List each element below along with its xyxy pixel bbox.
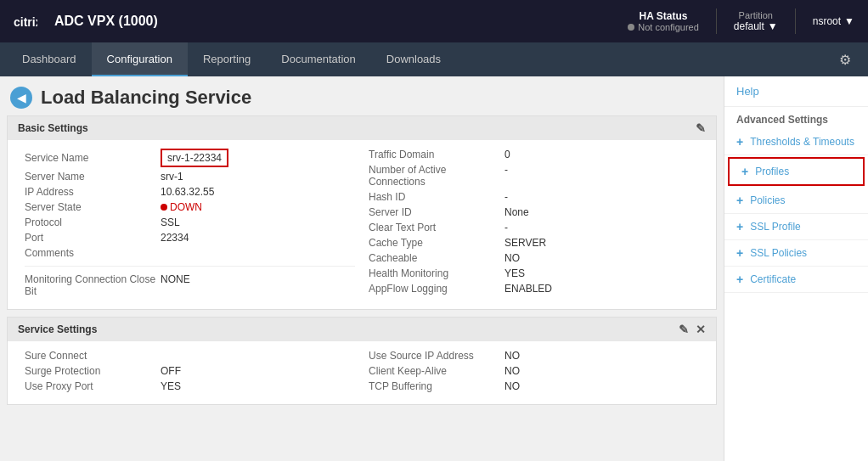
surge-protection-label: Surge Protection — [25, 365, 161, 377]
field-comments: Comments — [25, 247, 355, 259]
basic-settings-left: Service Name srv-1-22334 Server Name srv… — [18, 149, 362, 301]
ssl-policies-label: SSL Policies — [750, 247, 807, 259]
tcp-buffering-value: NO — [504, 380, 520, 392]
traffic-domain-label: Traffic Domain — [369, 149, 504, 160]
nav-item-documentation[interactable]: Documentation — [266, 42, 370, 76]
appflow-logging-value: ENABLED — [504, 283, 552, 295]
use-source-ip-value: NO — [504, 350, 520, 362]
basic-settings-body: Service Name srv-1-22334 Server Name srv… — [8, 140, 716, 309]
field-clear-text-port: Clear Text Port - — [369, 222, 699, 233]
client-keepalive-value: NO — [504, 365, 520, 377]
server-state-value: DOWN — [161, 201, 202, 213]
page-header: ◀ Load Balancing Service — [0, 76, 724, 115]
comments-label: Comments — [25, 247, 161, 259]
ha-status-label: HA Status — [640, 10, 688, 22]
field-service-name: Service Name srv-1-22334 — [25, 149, 355, 167]
surge-protection-value: OFF — [161, 365, 181, 377]
use-proxy-port-value: YES — [161, 380, 181, 392]
cache-type-value: SERVER — [504, 237, 546, 249]
user-menu[interactable]: nsroot ▼ — [813, 15, 854, 27]
username: nsroot — [813, 15, 841, 27]
cacheable-value: NO — [504, 252, 520, 264]
plus-icon-ssl-profile: + — [736, 220, 743, 233]
sidebar-item-ssl-profile[interactable]: + SSL Profile — [724, 214, 868, 240]
topbar: citrix. ADC VPX (1000) HA Status Not con… — [0, 0, 868, 42]
thresholds-label: Thresholds & Timeouts — [750, 136, 854, 148]
field-tcp-buffering: TCP Buffering NO — [369, 380, 699, 392]
svg-text:citrix.: citrix. — [14, 15, 37, 29]
plus-icon-certificate: + — [736, 273, 743, 286]
appflow-logging-label: AppFlow Logging — [369, 283, 504, 295]
field-surge-protection: Surge Protection OFF — [25, 365, 355, 377]
ha-status: HA Status Not configured — [628, 10, 699, 32]
nav-item-downloads[interactable]: Downloads — [371, 42, 456, 76]
field-monitoring: Monitoring Connection Close Bit NONE — [25, 266, 355, 297]
plus-icon-policies: + — [736, 194, 743, 207]
nav-item-configuration[interactable]: Configuration — [92, 42, 188, 76]
basic-settings-actions: ✎ — [696, 121, 706, 135]
monitoring-label: Monitoring Connection Close Bit — [25, 273, 161, 297]
service-settings-left: Sure Connect Surge Protection OFF Use Pr… — [18, 350, 362, 396]
cacheable-label: Cacheable — [369, 252, 504, 264]
field-appflow-logging: AppFlow Logging ENABLED — [369, 283, 699, 295]
sidebar-item-ssl-policies[interactable]: + SSL Policies — [724, 240, 868, 267]
service-settings-body: Sure Connect Surge Protection OFF Use Pr… — [8, 341, 716, 404]
sidebar-item-profiles[interactable]: + Profiles — [728, 157, 865, 186]
page-title: Load Balancing Service — [41, 87, 251, 109]
policies-label: Policies — [750, 194, 785, 206]
field-use-proxy-port: Use Proxy Port YES — [25, 380, 355, 392]
back-button[interactable]: ◀ — [10, 87, 32, 109]
service-settings-section: Service Settings ✎ ✕ Sure Connect Surge … — [7, 317, 717, 405]
clear-text-port-value: - — [504, 222, 508, 233]
basic-settings-header: Basic Settings ✎ — [8, 116, 716, 140]
edit-service-icon[interactable]: ✎ — [679, 323, 689, 336]
hash-id-label: Hash ID — [369, 191, 504, 203]
partition-value[interactable]: default ▼ — [734, 20, 778, 32]
clear-text-port-label: Clear Text Port — [369, 222, 504, 233]
use-proxy-port-label: Use Proxy Port — [25, 380, 161, 392]
service-settings-title: Service Settings — [18, 323, 97, 335]
nav-item-dashboard[interactable]: Dashboard — [7, 42, 92, 76]
protocol-label: Protocol — [25, 216, 161, 228]
field-hash-id: Hash ID - — [369, 191, 699, 203]
help-link[interactable]: Help — [736, 85, 759, 98]
client-keepalive-label: Client Keep-Alive — [369, 365, 504, 377]
hash-id-value: - — [504, 191, 508, 203]
page-content: ◀ Load Balancing Service Basic Settings … — [0, 76, 868, 461]
edit-icon[interactable]: ✎ — [696, 121, 706, 135]
plus-icon-thresholds: + — [736, 135, 743, 149]
field-active-conn: Number of Active Connections - — [369, 164, 699, 188]
plus-icon-profiles: + — [741, 165, 748, 178]
down-indicator — [161, 204, 167, 211]
advanced-settings-label: Advanced Settings — [724, 107, 868, 129]
tcp-buffering-label: TCP Buffering — [369, 380, 504, 392]
chevron-down-icon2: ▼ — [844, 15, 854, 27]
sidebar-item-certificate[interactable]: + Certificate — [724, 267, 868, 293]
field-server-name: Server Name srv-1 — [25, 171, 355, 183]
certificate-label: Certificate — [750, 273, 796, 285]
sidebar: Help Advanced Settings + Thresholds & Ti… — [724, 76, 868, 461]
service-settings-actions: ✎ ✕ — [679, 323, 706, 336]
settings-gear-icon[interactable]: ⚙ — [829, 52, 861, 68]
service-settings-right: Use Source IP Address NO Client Keep-Ali… — [362, 350, 706, 396]
field-port: Port 22334 — [25, 232, 355, 244]
close-service-icon[interactable]: ✕ — [696, 323, 706, 336]
server-name-label: Server Name — [25, 171, 161, 183]
sidebar-item-policies[interactable]: + Policies — [724, 188, 868, 214]
field-cacheable: Cacheable NO — [369, 252, 699, 264]
ssl-profile-label: SSL Profile — [750, 221, 801, 233]
active-conn-value: - — [504, 164, 508, 176]
active-conn-label: Number of Active Connections — [369, 164, 504, 188]
topbar-right: HA Status Not configured Partition defau… — [628, 8, 854, 34]
nav-item-reporting[interactable]: Reporting — [188, 42, 266, 76]
monitoring-value: NONE — [161, 273, 190, 285]
ha-status-dot — [628, 24, 634, 31]
logo-area: citrix. — [14, 9, 37, 33]
ha-status-value: Not configured — [628, 22, 699, 32]
sidebar-item-thresholds[interactable]: + Thresholds & Timeouts — [724, 129, 868, 155]
basic-settings-section: Basic Settings ✎ Service Name srv-1-2233… — [7, 115, 717, 310]
chevron-down-icon: ▼ — [768, 20, 778, 32]
service-name-label: Service Name — [25, 152, 161, 164]
traffic-domain-value: 0 — [504, 149, 510, 160]
field-protocol: Protocol SSL — [25, 216, 355, 228]
